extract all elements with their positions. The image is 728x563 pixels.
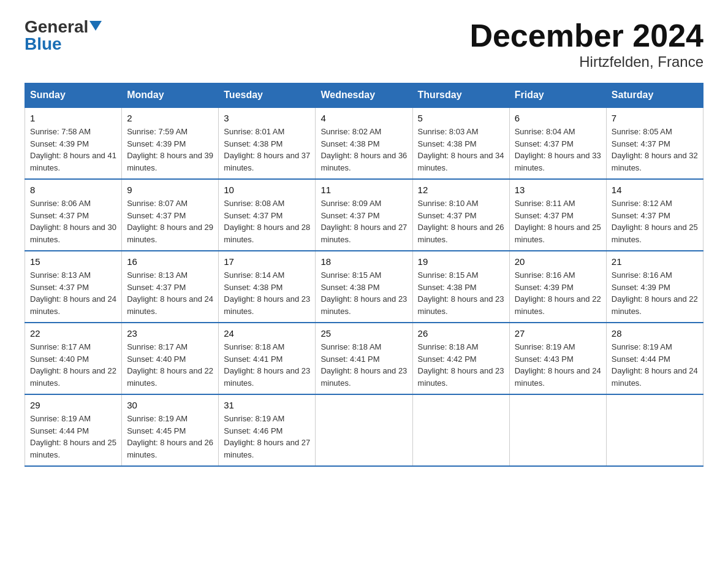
day-cell-20: 20 Sunrise: 8:16 AMSunset: 4:39 PMDaylig… [509,251,606,323]
day-info: Sunrise: 8:12 AMSunset: 4:37 PMDaylight:… [612,199,698,244]
day-cell-25: 25 Sunrise: 8:18 AMSunset: 4:41 PMDaylig… [316,323,412,394]
day-cell-5: 5 Sunrise: 8:03 AMSunset: 4:38 PMDayligh… [412,107,509,179]
day-number: 13 [515,185,601,195]
calendar-header-row: SundayMondayTuesdayWednesdayThursdayFrid… [25,83,703,108]
day-info: Sunrise: 8:19 AMSunset: 4:44 PMDaylight:… [612,342,698,388]
day-number: 6 [515,113,601,123]
day-info: Sunrise: 8:17 AMSunset: 4:40 PMDaylight:… [127,342,213,388]
day-cell-16: 16 Sunrise: 8:13 AMSunset: 4:37 PMDaylig… [122,251,219,323]
day-cell-29: 29 Sunrise: 8:19 AMSunset: 4:44 PMDaylig… [25,394,122,466]
day-info: Sunrise: 8:13 AMSunset: 4:37 PMDaylight:… [127,270,213,316]
column-header-thursday: Thursday [412,83,509,108]
week-row-4: 22 Sunrise: 8:17 AMSunset: 4:40 PMDaylig… [25,323,703,394]
day-info: Sunrise: 7:59 AMSunset: 4:39 PMDaylight:… [127,127,213,172]
day-number: 11 [320,185,407,195]
week-row-1: 1 Sunrise: 7:58 AMSunset: 4:39 PMDayligh… [25,107,703,179]
day-info: Sunrise: 8:19 AMSunset: 4:46 PMDaylight:… [224,414,310,459]
day-cell-27: 27 Sunrise: 8:19 AMSunset: 4:43 PMDaylig… [509,323,606,394]
day-cell-31: 31 Sunrise: 8:19 AMSunset: 4:46 PMDaylig… [219,394,316,466]
day-number: 30 [127,400,213,410]
day-info: Sunrise: 8:19 AMSunset: 4:44 PMDaylight:… [30,414,116,459]
day-info: Sunrise: 8:02 AMSunset: 4:38 PMDaylight:… [320,127,407,172]
page-title: December 2024 [469,18,703,53]
day-cell-13: 13 Sunrise: 8:11 AMSunset: 4:37 PMDaylig… [509,179,606,251]
day-info: Sunrise: 8:10 AMSunset: 4:37 PMDaylight:… [418,199,504,244]
column-header-saturday: Saturday [606,83,703,108]
day-info: Sunrise: 8:19 AMSunset: 4:45 PMDaylight:… [127,414,213,459]
day-cell-15: 15 Sunrise: 8:13 AMSunset: 4:37 PMDaylig… [25,251,122,323]
day-number: 14 [612,185,698,195]
day-cell-19: 19 Sunrise: 8:15 AMSunset: 4:38 PMDaylig… [412,251,509,323]
day-number: 10 [224,185,310,195]
day-info: Sunrise: 8:16 AMSunset: 4:39 PMDaylight:… [515,270,601,316]
day-number: 16 [127,256,213,267]
day-number: 5 [418,113,504,123]
page-subtitle: Hirtzfelden, France [469,53,703,71]
calendar-table: SundayMondayTuesdayWednesdayThursdayFrid… [25,83,703,467]
day-cell-17: 17 Sunrise: 8:14 AMSunset: 4:38 PMDaylig… [219,251,316,323]
week-row-3: 15 Sunrise: 8:13 AMSunset: 4:37 PMDaylig… [25,251,703,323]
column-header-friday: Friday [509,83,606,108]
day-number: 29 [30,400,116,410]
day-info: Sunrise: 8:03 AMSunset: 4:38 PMDaylight:… [418,127,504,172]
day-number: 27 [515,328,601,339]
day-cell-24: 24 Sunrise: 8:18 AMSunset: 4:41 PMDaylig… [219,323,316,394]
day-info: Sunrise: 8:13 AMSunset: 4:37 PMDaylight:… [30,270,116,316]
day-number: 20 [515,256,601,267]
day-cell-18: 18 Sunrise: 8:15 AMSunset: 4:38 PMDaylig… [316,251,412,323]
day-info: Sunrise: 8:05 AMSunset: 4:37 PMDaylight:… [612,127,698,172]
day-number: 1 [30,113,116,123]
day-cell-12: 12 Sunrise: 8:10 AMSunset: 4:37 PMDaylig… [412,179,509,251]
day-info: Sunrise: 8:17 AMSunset: 4:40 PMDaylight:… [30,342,116,388]
day-cell-6: 6 Sunrise: 8:04 AMSunset: 4:37 PMDayligh… [509,107,606,179]
day-cell-14: 14 Sunrise: 8:12 AMSunset: 4:37 PMDaylig… [606,179,703,251]
column-header-wednesday: Wednesday [316,83,412,108]
day-cell-4: 4 Sunrise: 8:02 AMSunset: 4:38 PMDayligh… [316,107,412,179]
day-cell-23: 23 Sunrise: 8:17 AMSunset: 4:40 PMDaylig… [122,323,219,394]
day-cell-8: 8 Sunrise: 8:06 AMSunset: 4:37 PMDayligh… [25,179,122,251]
day-info: Sunrise: 8:11 AMSunset: 4:37 PMDaylight:… [515,199,601,244]
day-number: 17 [224,256,310,267]
page-header: General Blue December 2024 Hirtzfelden, … [25,18,703,71]
column-header-sunday: Sunday [25,83,122,108]
day-number: 7 [612,113,698,123]
column-header-monday: Monday [122,83,219,108]
logo-general-text: General [25,18,88,36]
day-info: Sunrise: 8:15 AMSunset: 4:38 PMDaylight:… [418,270,504,316]
day-number: 8 [30,185,116,195]
day-info: Sunrise: 8:19 AMSunset: 4:43 PMDaylight:… [515,342,601,388]
day-number: 26 [418,328,504,339]
day-cell-2: 2 Sunrise: 7:59 AMSunset: 4:39 PMDayligh… [122,107,219,179]
day-number: 21 [612,256,698,267]
day-cell-9: 9 Sunrise: 8:07 AMSunset: 4:37 PMDayligh… [122,179,219,251]
day-cell-22: 22 Sunrise: 8:17 AMSunset: 4:40 PMDaylig… [25,323,122,394]
day-info: Sunrise: 8:18 AMSunset: 4:42 PMDaylight:… [418,342,504,388]
day-cell-empty [606,394,703,466]
day-info: Sunrise: 8:04 AMSunset: 4:37 PMDaylight:… [515,127,601,172]
day-cell-30: 30 Sunrise: 8:19 AMSunset: 4:45 PMDaylig… [122,394,219,466]
day-info: Sunrise: 8:15 AMSunset: 4:38 PMDaylight:… [320,270,407,316]
day-info: Sunrise: 7:58 AMSunset: 4:39 PMDaylight:… [30,127,116,172]
day-info: Sunrise: 8:18 AMSunset: 4:41 PMDaylight:… [320,342,407,388]
day-cell-1: 1 Sunrise: 7:58 AMSunset: 4:39 PMDayligh… [25,107,122,179]
day-cell-26: 26 Sunrise: 8:18 AMSunset: 4:42 PMDaylig… [412,323,509,394]
day-info: Sunrise: 8:06 AMSunset: 4:37 PMDaylight:… [30,199,116,244]
day-number: 18 [320,256,407,267]
day-cell-empty [509,394,606,466]
logo-triangle-icon [89,21,102,31]
day-info: Sunrise: 8:09 AMSunset: 4:37 PMDaylight:… [320,199,407,244]
day-number: 25 [320,328,407,339]
day-cell-28: 28 Sunrise: 8:19 AMSunset: 4:44 PMDaylig… [606,323,703,394]
day-cell-7: 7 Sunrise: 8:05 AMSunset: 4:37 PMDayligh… [606,107,703,179]
day-cell-empty [316,394,412,466]
week-row-5: 29 Sunrise: 8:19 AMSunset: 4:44 PMDaylig… [25,394,703,466]
day-number: 24 [224,328,310,339]
column-header-tuesday: Tuesday [219,83,316,108]
day-number: 12 [418,185,504,195]
day-info: Sunrise: 8:08 AMSunset: 4:37 PMDaylight:… [224,199,310,244]
day-cell-3: 3 Sunrise: 8:01 AMSunset: 4:38 PMDayligh… [219,107,316,179]
day-cell-21: 21 Sunrise: 8:16 AMSunset: 4:39 PMDaylig… [606,251,703,323]
day-info: Sunrise: 8:07 AMSunset: 4:37 PMDaylight:… [127,199,213,244]
day-info: Sunrise: 8:01 AMSunset: 4:38 PMDaylight:… [224,127,310,172]
day-number: 9 [127,185,213,195]
